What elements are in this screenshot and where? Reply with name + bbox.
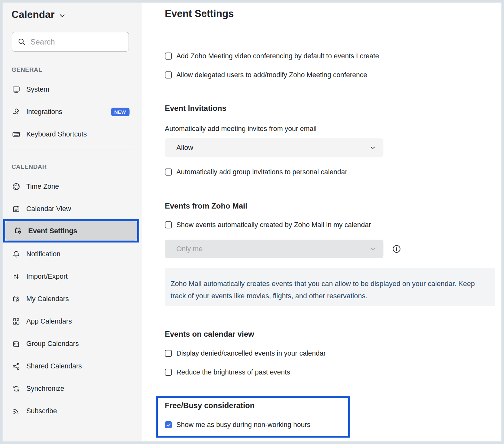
info-icon[interactable] <box>392 244 401 254</box>
calendar-gear-icon <box>13 226 22 235</box>
zoho-mail-visibility-wrap: Only me <box>165 240 501 258</box>
group-calendar-icon <box>12 339 21 348</box>
plug-icon <box>12 107 21 116</box>
events-from-zoho-mail-heading: Events from Zoho Mail <box>165 201 501 211</box>
zoho-mail-visibility-value: Only me <box>176 245 203 253</box>
sidebar-item-keyboard-shortcuts[interactable]: Keyboard Shortcuts <box>3 127 142 141</box>
sidebar-item-synchronize[interactable]: Synchronize <box>3 382 142 396</box>
sidebar-item-system[interactable]: System <box>3 82 142 96</box>
delegated-users-row: Allow delegated users to add/modify Zoho… <box>165 71 501 79</box>
zoho-meeting-default-row: Add Zoho Meeting video conferencing by d… <box>165 52 501 60</box>
event-invitations-heading: Event Invitations <box>165 103 501 113</box>
rss-icon <box>12 407 21 415</box>
sidebar-item-app-calendars[interactable]: App Calendars <box>3 314 142 328</box>
invites-field-label: Automatically add meeting invites from y… <box>165 125 501 133</box>
events-on-calendar-view-heading: Events on calendar view <box>165 329 501 339</box>
chevron-down-icon <box>370 247 376 251</box>
sidebar-item-calendar-view[interactable]: Calendar View <box>3 202 142 216</box>
zoho-mail-info-text: Zoho Mail automatically creates events t… <box>171 278 485 302</box>
app-grid-icon <box>12 317 21 326</box>
page-title: Event Settings <box>165 8 501 20</box>
zoho-mail-events-checkbox[interactable] <box>165 221 172 228</box>
past-events-brightness-checkbox[interactable] <box>165 369 172 376</box>
new-badge: NEW <box>111 108 130 116</box>
search-box[interactable] <box>12 32 129 52</box>
sidebar-item-my-calendars[interactable]: My Calendars <box>3 292 142 306</box>
sidebar: Calendar GENERAL System Integrations NEW <box>3 3 142 441</box>
sidebar-item-shared-calendars[interactable]: Shared Calendars <box>3 359 142 373</box>
denied-events-row: Display denied/cancelled events in your … <box>165 349 501 358</box>
event-settings-annotation: Event Settings <box>3 219 139 243</box>
app-window: Calendar GENERAL System Integrations NEW <box>0 0 504 444</box>
zoho-mail-visibility-dropdown: Only me <box>165 240 383 258</box>
invites-dropdown[interactable]: Allow <box>165 138 383 157</box>
search-icon <box>17 37 26 46</box>
chevron-down-icon <box>370 146 376 150</box>
past-events-brightness-row: Reduce the brightness of past events <box>165 368 501 376</box>
zoho-meeting-default-checkbox[interactable] <box>165 53 172 60</box>
group-invitations-checkbox[interactable] <box>165 169 172 176</box>
monitor-icon <box>12 85 21 94</box>
denied-events-checkbox[interactable] <box>165 350 172 357</box>
sync-icon <box>12 384 21 393</box>
sidebar-item-event-settings[interactable]: Event Settings <box>5 221 137 241</box>
main-content: Event Settings Add Zoho Meeting video co… <box>142 3 501 441</box>
section-label-general: GENERAL <box>12 66 142 73</box>
free-busy-heading: Free/Busy consideration <box>165 401 348 410</box>
calendar-icon <box>12 204 21 213</box>
sidebar-item-integrations[interactable]: Integrations NEW <box>3 105 142 119</box>
sidebar-item-import-export[interactable]: Import/Export <box>3 269 142 284</box>
search-input[interactable] <box>30 37 123 46</box>
section-label-calendar: CALENDAR <box>12 163 142 170</box>
delegated-users-checkbox[interactable] <box>165 71 172 78</box>
calendar-person-icon <box>12 294 21 303</box>
arrows-up-down-icon <box>12 272 21 281</box>
sidebar-item-subscribe[interactable]: Subscribe <box>3 404 142 418</box>
keyboard-icon <box>12 130 21 139</box>
busy-non-working-hours-row: Show me as busy during non-working hours <box>165 421 348 429</box>
group-invitations-row: Automatically add group invitations to p… <box>165 168 501 176</box>
sidebar-item-group-calendars[interactable]: Group Calendars <box>3 337 142 351</box>
sidebar-item-notification[interactable]: Notification <box>3 247 142 261</box>
share-icon <box>12 362 21 371</box>
busy-non-working-hours-checkbox[interactable] <box>165 421 172 428</box>
invites-dropdown-value: Allow <box>176 144 193 152</box>
bell-icon <box>12 250 21 259</box>
sidebar-item-time-zone[interactable]: Time Zone <box>3 179 142 193</box>
zoho-mail-events-row: Show events automatically created by Zoh… <box>165 221 501 229</box>
globe-icon <box>12 182 21 191</box>
chevron-down-icon[interactable] <box>59 13 65 18</box>
free-busy-annotation: Free/Busy consideration Show me as busy … <box>156 396 350 438</box>
app-title: Calendar <box>12 9 55 21</box>
sidebar-divider <box>5 150 135 150</box>
zoho-mail-info-panel: Zoho Mail automatically creates events t… <box>165 268 495 306</box>
sidebar-header[interactable]: Calendar <box>3 8 142 22</box>
